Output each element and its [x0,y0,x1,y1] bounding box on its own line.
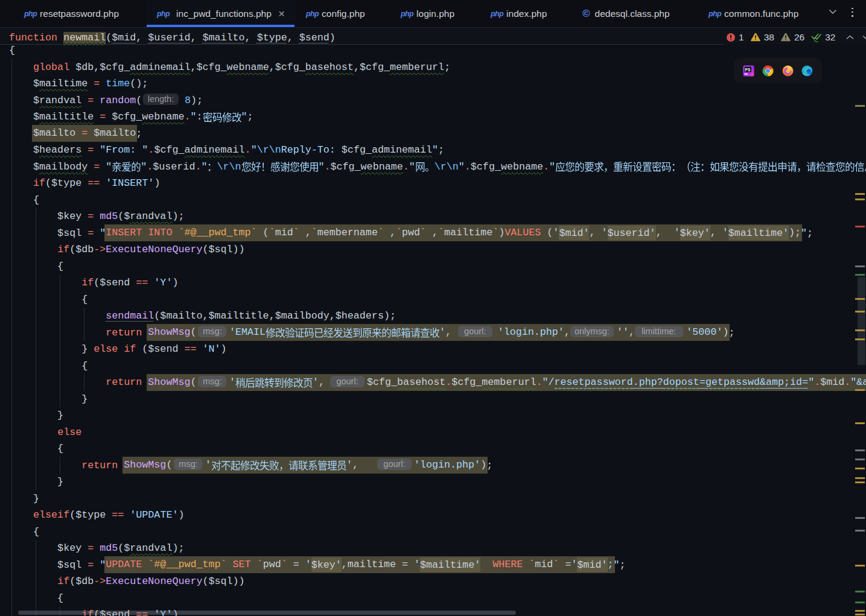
svg-text:PS: PS [745,67,750,71]
